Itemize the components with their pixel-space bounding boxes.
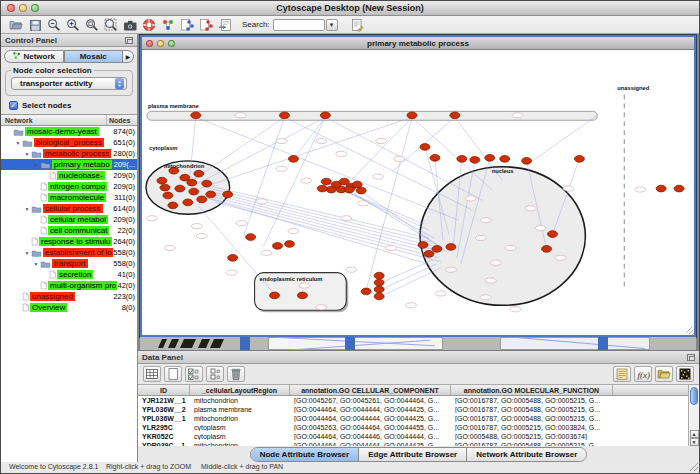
gene-node[interactable]	[356, 187, 366, 194]
tree-row-nitrogen-compo[interactable]: nitrogen compo209(0)	[1, 181, 137, 192]
expand-arrow-icon[interactable]: ▼	[32, 162, 40, 168]
table-row-YKR052C[interactable]: YKR052Ccytoplasm[GO:0044464, GO:0044446,…	[138, 432, 688, 441]
tab-network-attribute-browser[interactable]: Network Attribute Browser	[467, 448, 586, 461]
gene-node[interactable]	[542, 246, 552, 253]
column-header-1[interactable]: _cellularLayoutRegion	[190, 385, 290, 395]
tab-edge-attribute-browser[interactable]: Edge Attribute Browser	[359, 448, 467, 461]
search-input[interactable]	[273, 19, 325, 31]
column-header-3[interactable]: annotation.GO MOLECULAR_FUNCTION	[451, 385, 613, 395]
table-scrollbar[interactable]: ▲ ▼	[688, 385, 699, 446]
save-session-icon[interactable]	[25, 17, 44, 33]
gene-node[interactable]	[470, 156, 480, 163]
edge[interactable]	[192, 117, 285, 180]
scroll-up-button[interactable]: ▲	[690, 430, 699, 438]
tree-row-secretion[interactable]: secretion41(0)	[1, 269, 137, 280]
canvas-resize-grip[interactable]	[686, 327, 694, 335]
nucleus-region[interactable]	[420, 167, 585, 306]
select-attributes-icon[interactable]	[185, 366, 203, 382]
gene-node[interactable]	[223, 191, 233, 198]
resize-grip[interactable]	[690, 463, 698, 471]
search-settings-icon[interactable]	[348, 17, 367, 33]
edge[interactable]	[379, 264, 437, 291]
gene-node[interactable]	[246, 234, 256, 241]
import-table-icon[interactable]	[215, 17, 234, 33]
edge[interactable]	[244, 117, 285, 236]
gene-node[interactable]	[374, 293, 384, 300]
zoom-in-icon[interactable]	[63, 17, 82, 33]
edge[interactable]	[379, 260, 433, 284]
gene-node[interactable]	[485, 155, 495, 162]
gene-node[interactable]	[450, 112, 460, 119]
edge[interactable]	[204, 185, 429, 238]
vizmapper-icon[interactable]	[158, 17, 177, 33]
gene-node[interactable]	[430, 155, 440, 162]
tree-row-establishment-of-lo[interactable]: ▼establishment of lo558(0)	[1, 247, 137, 258]
table-row-YJR121W__1[interactable]: YJR121W__1mitochondrion[GO:0045267, GO:0…	[138, 396, 688, 405]
scrollbar-thumb[interactable]	[690, 387, 698, 405]
zoom-fit-icon[interactable]	[101, 17, 120, 33]
network-canvas[interactable]: plasma membranecytoplasmmitochondrionnuc…	[142, 50, 694, 335]
gene-node[interactable]	[418, 242, 428, 249]
zoom-out-icon[interactable]	[44, 17, 63, 33]
gene-node[interactable]	[374, 272, 384, 279]
gene-node[interactable]	[197, 196, 207, 203]
more-tabs-button[interactable]: ▶	[123, 50, 134, 63]
tree-row-cell-communicat[interactable]: cell communicat22(0)	[1, 225, 137, 236]
edge[interactable]	[216, 202, 441, 261]
gene-node[interactable]	[288, 155, 298, 162]
gene-node[interactable]	[183, 199, 193, 206]
open-session-icon[interactable]	[6, 17, 25, 33]
network-graph[interactable]: plasma membranecytoplasmmitochondrionnuc…	[142, 50, 694, 335]
expand-arrow-icon[interactable]: ▼	[23, 151, 31, 157]
gene-node[interactable]	[187, 179, 197, 186]
gene-node[interactable]	[522, 157, 532, 164]
attribute-notes-icon[interactable]	[613, 366, 631, 382]
gene-node[interactable]	[168, 202, 178, 209]
gene-node[interactable]	[374, 279, 384, 286]
gene-node[interactable]	[320, 112, 330, 119]
gene-node[interactable]	[574, 155, 584, 162]
tree-row-nucleobase-[interactable]: nucleobase-209(0)	[1, 170, 137, 181]
search-options-dropdown[interactable]: ▼	[326, 19, 338, 31]
function-builder-icon[interactable]: f(x)	[634, 366, 652, 382]
zoom-button[interactable]	[31, 4, 39, 12]
frame-zoom-button[interactable]	[168, 40, 175, 47]
edge[interactable]	[293, 117, 325, 159]
gene-node[interactable]	[160, 184, 170, 191]
import-network-red-icon[interactable]	[196, 17, 215, 33]
expand-arrow-icon[interactable]: ▼	[23, 250, 31, 256]
network-view-titlebar[interactable]: primary metabolic process	[142, 37, 694, 50]
import-attributes-icon[interactable]	[655, 366, 673, 382]
minimize-button[interactable]	[19, 4, 27, 12]
gene-node[interactable]	[297, 292, 307, 299]
float-panel-icon[interactable]	[125, 37, 133, 44]
tree-row-transport[interactable]: ▼transport558(0)	[1, 258, 137, 269]
scroll-down-button[interactable]: ▼	[690, 438, 699, 446]
gene-node[interactable]	[273, 243, 283, 250]
import-network-blue-icon[interactable]	[177, 17, 196, 33]
help-icon[interactable]	[139, 17, 158, 33]
table-mode-icon[interactable]	[143, 366, 161, 382]
edge[interactable]	[214, 199, 439, 257]
gene-node[interactable]	[321, 178, 331, 185]
gene-node[interactable]	[191, 112, 201, 119]
gene-node[interactable]	[228, 254, 238, 261]
gene-node[interactable]	[500, 155, 510, 162]
column-header-0[interactable]: ID	[138, 385, 190, 395]
delete-attribute-icon[interactable]	[227, 366, 245, 382]
attribute-matrix-icon[interactable]	[676, 366, 694, 382]
gene-node[interactable]	[457, 155, 467, 162]
table-row-YPL036W__1[interactable]: YPL036W__1mitochondrion[GO:0044464, GO:0…	[138, 414, 688, 423]
tab-network[interactable]: Network	[4, 50, 64, 63]
tree-row-metabolic-process[interactable]: ▼metabolic process280(0)	[1, 148, 137, 159]
snapshot-icon[interactable]	[120, 17, 139, 33]
node-color-dropdown[interactable]: transporter activity ▲▼	[11, 77, 127, 90]
gene-node[interactable]	[374, 286, 384, 293]
tree-row-cellular-metabol[interactable]: cellular metabol209(0)	[1, 214, 137, 225]
table-row-YPL036W__2[interactable]: YPL036W__2plasma membrane[GO:0044464, GO…	[138, 405, 688, 414]
gene-node[interactable]	[674, 185, 684, 192]
column-network[interactable]: Network	[1, 115, 107, 125]
gene-node[interactable]	[284, 241, 294, 248]
float-panel-icon[interactable]	[687, 354, 695, 361]
tree-row-primary-metabo[interactable]: ▼primary metabo209(...	[1, 159, 137, 170]
